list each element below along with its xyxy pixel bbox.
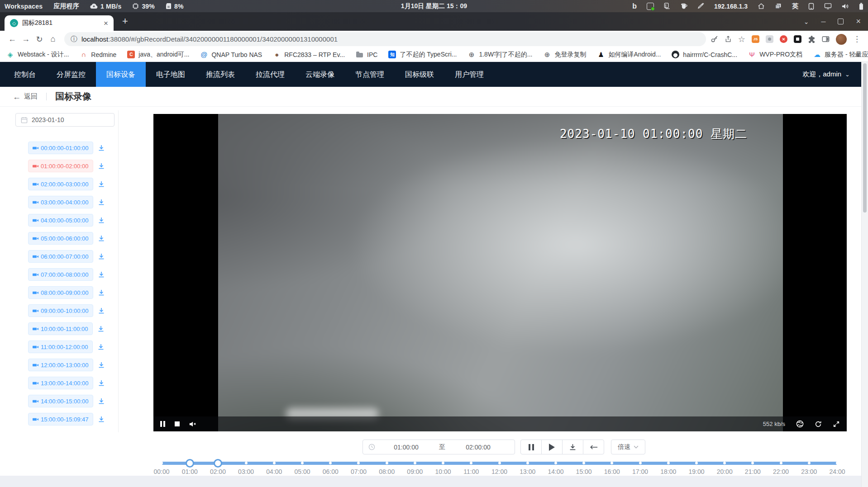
browser-tab[interactable]: ◇ 国标28181 × [5, 15, 114, 31]
recording-segment-button[interactable]: 02:00:00-03:00:00 [28, 178, 93, 190]
app-indicator-icon[interactable] [647, 3, 654, 10]
window-close-button[interactable]: × [856, 17, 861, 26]
clock-indicator[interactable]: 1月10日 星期二 15：09 [401, 0, 467, 12]
bookmark-item[interactable]: Cjava、android可... [127, 51, 189, 59]
seek-back-button[interactable] [583, 440, 604, 454]
download-segment-icon[interactable] [98, 144, 105, 151]
download-segment-icon[interactable] [97, 343, 105, 350]
recording-segment-button[interactable]: 12:00:00-13:00:00 [28, 359, 93, 371]
nav-tab-节点管理[interactable]: 节点管理 [345, 62, 395, 87]
nav-tab-推流列表[interactable]: 推流列表 [196, 62, 245, 87]
tab-search-chevron-icon[interactable]: ⌄ [804, 18, 809, 25]
bookmark-item[interactable]: ☁服务器 - 轻量应用... [813, 51, 868, 59]
extension-black-icon[interactable] [794, 35, 801, 43]
extension-gray-icon[interactable] [766, 35, 773, 43]
back-icon[interactable]: ← [5, 34, 19, 44]
home-icon[interactable]: ⌂ [46, 34, 60, 44]
recording-segment-button[interactable]: 04:00:00-05:00:00 [28, 214, 93, 227]
download-segment-icon[interactable] [97, 325, 105, 332]
bookmark-item[interactable]: ●RFC2833 – RTP Ev... [273, 51, 345, 58]
tab-close-icon[interactable]: × [104, 19, 108, 27]
pause-button[interactable] [520, 440, 542, 454]
video-player[interactable]: 2023-01-10 01:00:00 星期二 552 kb/s [153, 114, 847, 431]
recording-segment-button[interactable]: 13:00:00-14:00:00 [28, 377, 93, 389]
timeline-handle[interactable] [186, 459, 194, 468]
nav-tab-用户管理[interactable]: 用户管理 [444, 62, 494, 87]
recording-segment-button[interactable]: 05:00:00-06:00:00 [28, 232, 93, 245]
extensions-puzzle-icon[interactable] [808, 35, 816, 43]
download-segment-icon[interactable] [98, 307, 105, 314]
recording-segment-button[interactable]: 15:00:00-15:09:47 [28, 413, 93, 426]
memory-usage-indicator[interactable]: 8% [166, 3, 184, 10]
player-mute-icon[interactable] [189, 421, 196, 427]
cpu-usage-indicator[interactable]: 39% [132, 3, 155, 10]
player-fullscreen-icon[interactable] [833, 421, 840, 428]
share-icon[interactable] [725, 35, 732, 43]
network-speed-indicator[interactable]: 1 MB/s [90, 3, 121, 10]
drink-tray-icon[interactable] [680, 3, 687, 9]
back-button[interactable]: ← 返回 [13, 92, 38, 101]
download-segment-icon[interactable] [98, 379, 105, 387]
player-pause-icon[interactable] [160, 421, 165, 427]
bookmarks-overflow-icon[interactable]: » [855, 51, 859, 59]
window-maximize-button[interactable] [838, 19, 844, 24]
download-segment-icon[interactable] [98, 180, 105, 188]
nav-tab-国标设备[interactable]: 国标设备 [96, 62, 146, 87]
download-segment-icon[interactable] [98, 416, 105, 423]
home-tray-icon[interactable] [758, 3, 765, 9]
nav-tab-电子地图[interactable]: 电子地图 [146, 62, 196, 87]
download-segment-icon[interactable] [98, 289, 105, 296]
start-time-value[interactable]: 01:00:00 [375, 444, 437, 451]
applications-menu-button[interactable]: 应用程序 [53, 2, 79, 10]
split-view-icon[interactable] [822, 36, 830, 43]
bookmark-item[interactable]: IPC [356, 51, 377, 58]
nav-tab-控制台[interactable]: 控制台 [4, 62, 46, 87]
input-method-indicator[interactable]: 英 [792, 2, 798, 10]
recording-segment-button[interactable]: 09:00:00-10:00:00 [28, 304, 93, 317]
recording-segment-button[interactable]: 06:00:00-07:00:00 [28, 250, 93, 263]
bookmark-item[interactable]: ΨWVP-PRO文档 [748, 51, 802, 59]
address-bar[interactable]: ⓘ localhost:38080/#/gbRecordDetail/34020… [64, 32, 706, 46]
profile-avatar[interactable] [836, 34, 847, 45]
recording-segment-button[interactable]: 14:00:00-15:00:00 [28, 395, 93, 407]
bing-tray-icon[interactable]: b [632, 2, 637, 10]
page-scrollbar[interactable] [861, 62, 868, 487]
site-info-icon[interactable]: ⓘ [71, 35, 77, 43]
phone-tray-icon[interactable] [808, 3, 814, 10]
welcome-admin-dropdown[interactable]: 欢迎，admin ⌄ [802, 70, 850, 79]
download-segment-icon[interactable] [98, 271, 105, 278]
new-tab-button[interactable]: + [122, 16, 128, 26]
download-segment-icon[interactable] [98, 235, 105, 242]
recording-segment-button[interactable]: 00:00:00-01:00:00 [28, 142, 93, 154]
download-segment-icon[interactable] [98, 361, 105, 369]
recording-segment-button[interactable]: 03:00:00-04:00:00 [28, 196, 93, 208]
battery-tray-icon[interactable] [859, 3, 863, 10]
time-range-input[interactable]: 01:00:00 至 02:00:00 [362, 440, 515, 454]
end-time-value[interactable]: 02:00:00 [447, 444, 509, 451]
volume-tray-icon[interactable] [842, 3, 849, 9]
bookmark-item[interactable]: hairrrrr/C-CrashC... [672, 51, 737, 58]
browser-menu-icon[interactable]: ⋮ [853, 34, 861, 44]
download-segment-icon[interactable] [98, 199, 105, 206]
reload-icon[interactable]: ↻ [33, 34, 46, 44]
date-picker-input[interactable]: 2023-01-10 [15, 113, 114, 127]
nav-tab-云端录像[interactable]: 云端录像 [295, 62, 345, 87]
download-segment-icon[interactable] [98, 253, 105, 260]
recording-segment-button[interactable]: 01:00:00-02:00:00 [28, 160, 93, 172]
download-segment-icon[interactable] [98, 217, 105, 224]
bookmark-item[interactable]: ∩Redmine [80, 51, 116, 58]
play-button[interactable] [541, 440, 563, 454]
recording-segment-button[interactable]: 08:00:00-09:00:00 [28, 286, 93, 299]
player-settings-aperture-icon[interactable] [796, 420, 804, 428]
download-button[interactable] [562, 440, 583, 454]
nav-tab-国标级联[interactable]: 国标级联 [395, 62, 444, 87]
password-key-icon[interactable] [711, 35, 718, 43]
player-refresh-icon[interactable] [815, 421, 822, 428]
playback-speed-dropdown[interactable]: 倍速 [611, 440, 645, 454]
bookmark-item[interactable]: ◈Webstack - 设计... [6, 51, 69, 59]
bookmark-item[interactable]: 知了不起的 TypeScri... [388, 51, 457, 59]
recording-segment-button[interactable]: 11:00:00-12:00:00 [28, 340, 93, 353]
download-segment-icon[interactable] [98, 397, 105, 405]
display-tray-icon[interactable] [824, 3, 832, 9]
player-stop-icon[interactable] [175, 421, 180, 426]
